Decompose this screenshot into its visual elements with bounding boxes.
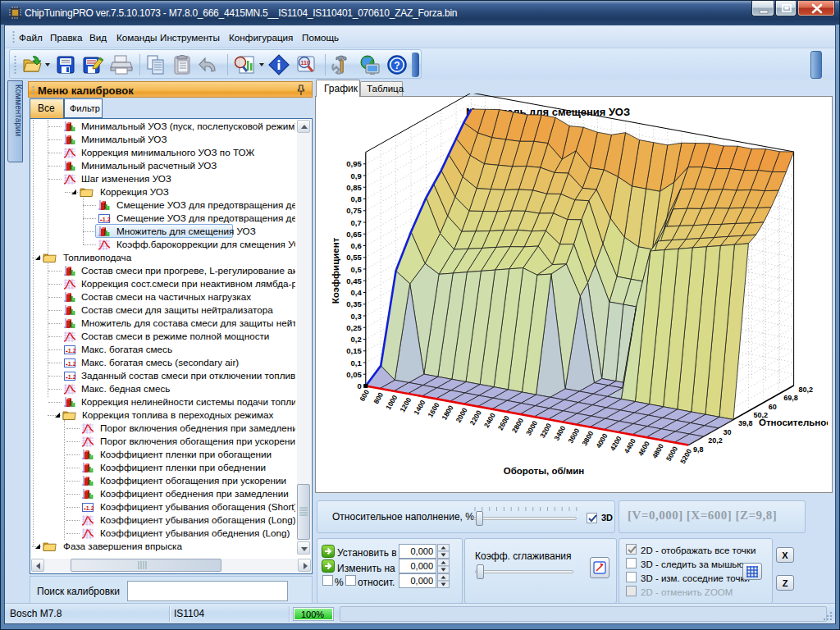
svg-text:0,4: 0,4 bbox=[351, 288, 363, 297]
svg-text:5000: 5000 bbox=[664, 445, 679, 463]
svg-text:5200: 5200 bbox=[678, 447, 693, 465]
svg-text:20,2: 20,2 bbox=[708, 436, 723, 445]
svg-text:Коэффициент: Коэффициент bbox=[331, 237, 340, 304]
svg-text:1800: 1800 bbox=[440, 404, 454, 422]
svg-text:0,95: 0,95 bbox=[346, 159, 362, 168]
svg-text:3400: 3400 bbox=[552, 424, 567, 442]
svg-text:0,8: 0,8 bbox=[351, 194, 362, 203]
svg-text:3800: 3800 bbox=[580, 429, 595, 447]
svg-text:1.2: 1.2 bbox=[103, 217, 111, 222]
svg-text:1400: 1400 bbox=[412, 399, 427, 417]
svg-text:60: 60 bbox=[769, 403, 777, 411]
svg-text:1200: 1200 bbox=[398, 396, 413, 414]
svg-text:0,3: 0,3 bbox=[351, 312, 362, 321]
svg-text:1000: 1000 bbox=[384, 394, 399, 412]
svg-text:800: 800 bbox=[372, 390, 385, 405]
svg-text:1600: 1600 bbox=[426, 401, 441, 419]
svg-text:1.2: 1.2 bbox=[68, 348, 76, 354]
svg-text:80,2: 80,2 bbox=[799, 386, 814, 394]
svg-text:0,6: 0,6 bbox=[351, 241, 362, 250]
svg-text:2200: 2200 bbox=[468, 409, 483, 427]
svg-text:Обороты, об/мин: Обороты, об/мин bbox=[504, 466, 585, 476]
svg-text:3600: 3600 bbox=[566, 427, 581, 445]
svg-text:Относительное: Относительное bbox=[759, 418, 828, 427]
svg-text:3200: 3200 bbox=[538, 422, 553, 440]
svg-text:1.2: 1.2 bbox=[68, 361, 76, 367]
svg-text:0,5: 0,5 bbox=[351, 265, 363, 274]
svg-text:30: 30 bbox=[724, 428, 732, 436]
svg-text:0,45: 0,45 bbox=[346, 276, 362, 285]
svg-text:4000: 4000 bbox=[594, 431, 609, 450]
svg-text:0: 0 bbox=[358, 381, 362, 390]
svg-text:0,7: 0,7 bbox=[351, 218, 362, 227]
svg-text:4800: 4800 bbox=[651, 442, 665, 460]
svg-text:0,1: 0,1 bbox=[351, 358, 363, 368]
svg-text:0,9: 0,9 bbox=[351, 171, 362, 180]
svg-text:4200: 4200 bbox=[609, 435, 623, 453]
svg-text:2800: 2800 bbox=[510, 417, 525, 435]
svg-text:0,55: 0,55 bbox=[346, 253, 362, 262]
svg-text:2000: 2000 bbox=[454, 406, 469, 424]
svg-text:2600: 2600 bbox=[496, 414, 511, 432]
svg-text:?: ? bbox=[394, 60, 399, 71]
svg-text:0,25: 0,25 bbox=[346, 323, 362, 332]
svg-text:1.2: 1.2 bbox=[86, 505, 94, 511]
svg-text:69,8: 69,8 bbox=[783, 394, 798, 402]
svg-text:0,05: 0,05 bbox=[346, 370, 362, 379]
svg-text:0,2: 0,2 bbox=[351, 335, 362, 344]
svg-text:2400: 2400 bbox=[482, 411, 497, 429]
svg-text:9,8: 9,8 bbox=[693, 445, 704, 454]
svg-text:0,65: 0,65 bbox=[346, 230, 362, 239]
svg-text:0,75: 0,75 bbox=[346, 206, 362, 215]
svg-text:3000: 3000 bbox=[524, 419, 539, 437]
svg-text:1.2: 1.2 bbox=[68, 374, 76, 380]
svg-text:0,85: 0,85 bbox=[346, 183, 362, 192]
svg-text:4400: 4400 bbox=[623, 437, 637, 455]
svg-text:4600: 4600 bbox=[637, 440, 651, 458]
svg-text:110: 110 bbox=[301, 60, 310, 66]
svg-text:0,35: 0,35 bbox=[346, 299, 362, 308]
svg-text:39,8: 39,8 bbox=[738, 419, 753, 427]
svg-text:0,15: 0,15 bbox=[346, 346, 362, 355]
